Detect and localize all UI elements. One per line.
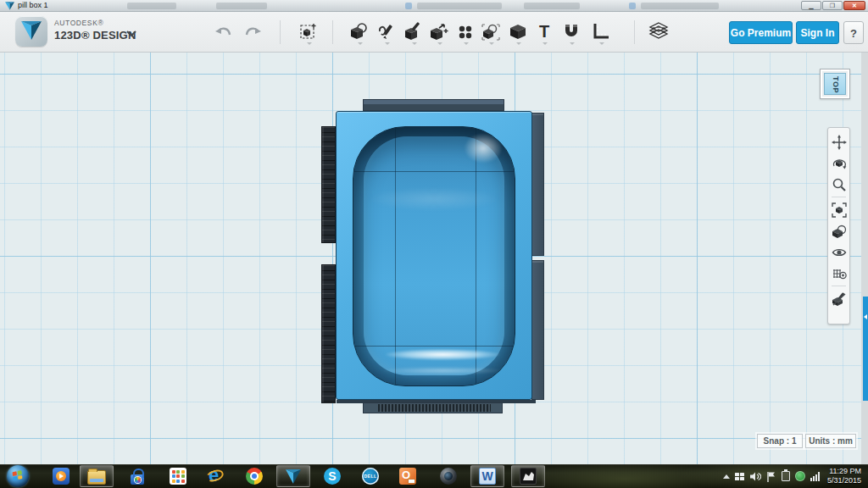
view-cube[interactable]: TOP [820, 69, 850, 99]
brand-autodesk: AUTODESK® [54, 19, 136, 27]
volume-icon[interactable] [749, 471, 761, 482]
dell-icon: DELL [362, 468, 379, 485]
modify-icon [429, 21, 449, 42]
combine-icon [508, 21, 528, 42]
sign-in-button[interactable]: Sign In [796, 21, 839, 44]
tool-measure[interactable] [589, 19, 613, 45]
model-left-hinge-upper[interactable] [321, 126, 336, 243]
model-top-hinge[interactable] [363, 99, 504, 111]
123d-logo-icon [5, 2, 14, 10]
go-premium-button[interactable]: Go Premium [729, 21, 793, 44]
skype-icon: S [324, 468, 341, 485]
toolbar-separator [280, 20, 281, 44]
tool-text[interactable]: T [532, 19, 556, 45]
maximize-button[interactable]: ❐ [822, 1, 843, 10]
tool-snap[interactable] [559, 19, 583, 45]
taskbar-explorer[interactable] [80, 465, 114, 487]
toolbar-separator [332, 20, 333, 44]
parts-drawer-tab[interactable] [863, 297, 868, 401]
pattern-icon [455, 21, 476, 42]
tool-modify[interactable] [427, 19, 451, 45]
tool-pattern[interactable] [453, 19, 477, 45]
action-center-flag-icon[interactable] [766, 471, 776, 482]
pan-icon [832, 135, 847, 150]
taskbar-folder-lock[interactable] [120, 465, 154, 487]
windows-tray-icon[interactable] [735, 473, 744, 480]
model-bottom-hinge[interactable] [363, 402, 503, 413]
chevron-down-icon[interactable] [125, 30, 137, 37]
background-window-title [127, 3, 176, 9]
show-grid-button[interactable] [828, 263, 849, 284]
taskbar-clock[interactable]: 11:29 PM 5/31/2015 [827, 467, 861, 485]
network-signal-icon[interactable] [810, 472, 820, 481]
cavity-edge-line [353, 171, 515, 172]
orbit-icon [832, 156, 847, 171]
taskbar-media-player[interactable] [44, 465, 78, 487]
window-titlebar: pill box 1 ▁ ❐ ✕ [0, 0, 868, 12]
pillbox-cavity[interactable] [353, 126, 515, 386]
taskbar-chrome[interactable] [237, 465, 271, 487]
toggle-sketches-button[interactable] [828, 288, 849, 309]
model-right-hinge-upper[interactable] [531, 113, 544, 256]
navigation-toolbar [827, 127, 850, 324]
visibility-button[interactable] [828, 241, 849, 263]
shaded-view-icon [832, 224, 847, 239]
taskbar-internet-explorer[interactable]: e [198, 465, 232, 487]
clock-date: 5/31/2015 [827, 476, 861, 485]
construct-icon [403, 21, 424, 42]
transform-icon [298, 21, 319, 42]
tool-construct[interactable] [402, 19, 426, 45]
background-window-title [524, 3, 580, 9]
pan-button[interactable] [828, 131, 849, 152]
pillbox-model[interactable] [336, 111, 532, 400]
app-logo[interactable] [15, 16, 47, 47]
media-player-icon [53, 468, 70, 485]
view-cube-face[interactable]: TOP [824, 73, 846, 95]
minimize-button[interactable]: ▁ [801, 1, 821, 10]
tool-combine[interactable] [506, 19, 530, 45]
app-window: pill box 1 ▁ ❐ ✕ AUTODESK® 123D® DESIGN [0, 0, 868, 488]
show-hidden-icons[interactable] [723, 474, 730, 479]
taskbar-outlook[interactable]: O [391, 465, 425, 487]
model-right-hinge-lower[interactable] [531, 260, 544, 400]
window-title: pill box 1 [18, 1, 48, 9]
taskbar-makerbot[interactable] [511, 465, 545, 487]
close-button[interactable]: ✕ [843, 1, 865, 10]
grouping-icon [481, 21, 501, 42]
tool-sketch[interactable] [375, 19, 398, 45]
help-button[interactable]: ? [843, 21, 864, 44]
taskbar-skype[interactable]: S [315, 465, 349, 487]
clock-time: 11:29 PM [827, 467, 861, 476]
123d-logo-icon [20, 20, 42, 41]
tool-transform[interactable] [297, 19, 320, 45]
zoom-fit-button[interactable] [828, 199, 849, 220]
sketch-icon [376, 21, 397, 42]
background-window-icon [405, 3, 412, 9]
nav-separator [832, 197, 846, 197]
taskbar-123d-design[interactable] [276, 465, 310, 487]
redo-icon[interactable] [242, 25, 263, 41]
magnifier-icon [832, 177, 847, 192]
drawer-arrow-icon [864, 314, 867, 319]
model-left-hinge-lower[interactable] [321, 264, 336, 403]
tool-3d-print[interactable] [647, 19, 670, 45]
orbit-button[interactable] [828, 152, 849, 174]
taskbar-webcam[interactable] [431, 465, 465, 487]
windows-flag-icon [13, 470, 24, 481]
shaded-view-button[interactable] [828, 220, 849, 241]
tool-primitives[interactable] [348, 19, 371, 45]
lock-icon [131, 474, 144, 485]
taskbar-app-grid[interactable] [161, 465, 195, 487]
zoom-button[interactable] [828, 174, 849, 195]
start-button[interactable] [7, 465, 29, 487]
taskbar-dell[interactable]: DELL [353, 465, 387, 487]
clipboard-icon[interactable] [782, 471, 790, 481]
undo-icon[interactable] [214, 25, 234, 41]
primitives-icon [349, 21, 370, 42]
tool-grouping[interactable] [479, 19, 503, 45]
security-icon[interactable] [795, 471, 805, 481]
snap-setting[interactable]: Snap : 1 [757, 434, 803, 448]
units-setting[interactable]: Units : mm [805, 434, 856, 448]
taskbar-word[interactable]: W [470, 465, 504, 487]
brand-text: AUTODESK® 123D® DESIGN [54, 19, 136, 41]
